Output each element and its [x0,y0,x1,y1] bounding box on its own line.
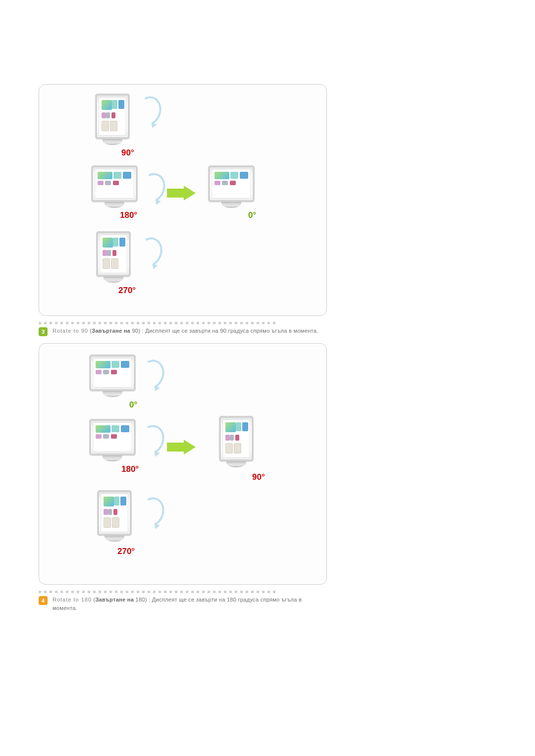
monitor-180 [88,419,137,461]
badge-4: 4 [39,596,48,605]
label-180: 180° [121,464,139,474]
curve-arrow [135,494,168,530]
curve-arrow [135,421,168,457]
label-90: 90° [252,472,265,482]
dotted-divider [39,321,327,327]
label-0: 0° [248,210,256,220]
dotted-divider [39,590,327,596]
monitor-270 [89,231,138,283]
curve-arrow [136,169,169,205]
label-180: 180° [120,210,137,220]
label-90: 90° [121,148,134,158]
monitor-0 [88,354,137,397]
label-270: 270° [118,286,136,296]
item-text: Rotate to 90 (Завъртане на 90) : Дисплея… [53,327,319,336]
item-rotate-180: 4 Rotate to 180 (Завъртане на 180) : Дис… [39,596,327,612]
badge-3: 3 [39,327,48,336]
rotation-diagram-90deg: 0° 180° 90° 270° [39,343,327,585]
monitor-0-result [207,165,256,208]
item-rotate-90: 3 Rotate to 90 (Завъртане на 90) : Диспл… [39,327,327,336]
monitor-270 [90,490,139,542]
monitor-90 [88,94,137,145]
rotation-diagram-0deg: 90° 180° 0° 270° [39,84,327,316]
monitor-180 [90,165,139,208]
arrow-right-icon [167,440,196,454]
arrow-right-icon [167,186,196,201]
item-text: Rotate to 180 (Завъртане на 180) : Диспл… [53,596,327,612]
label-270: 270° [117,547,135,556]
curve-arrow [135,356,168,392]
label-0: 0° [129,400,137,410]
monitor-90-result [212,416,261,467]
